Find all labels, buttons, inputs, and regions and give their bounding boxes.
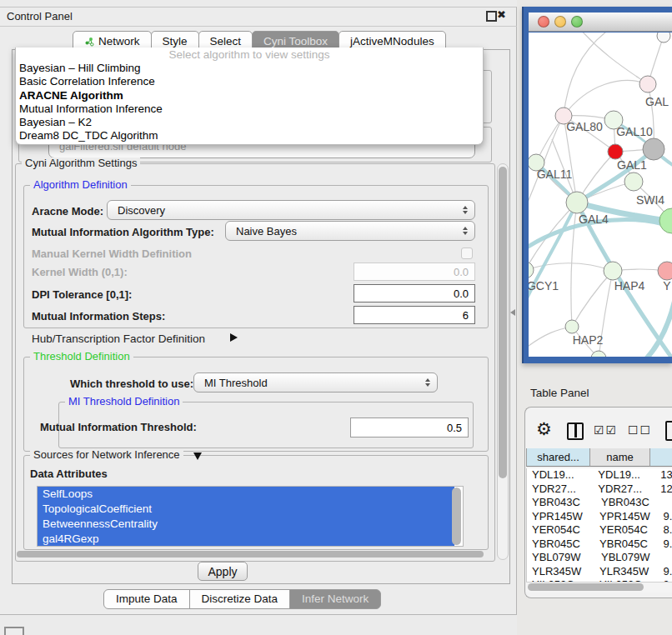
screen: Control Panel ✖ Network Style Select Cyn… — [0, 0, 672, 635]
node-label: GAL4 — [579, 212, 609, 226]
column-header-partial[interactable] — [650, 448, 672, 467]
table-row[interactable]: YLR345WYLR345W9. — [527, 565, 672, 579]
network-canvas[interactable]: GAL GAL80 GAL10 GAL1 GAL11 SWI4 GAL4 GCY… — [529, 32, 672, 357]
node-pink[interactable] — [658, 262, 672, 280]
mi-threshold-label: Mutual Information Threshold: — [40, 421, 197, 433]
float-icon[interactable] — [486, 11, 497, 22]
dropdown-item[interactable]: Basic Correlation Inference — [16, 75, 483, 88]
node-hap4[interactable] — [604, 262, 622, 280]
splitter-collapse-arrow[interactable] — [510, 309, 515, 316]
manual-kernel-width-checkbox[interactable] — [461, 248, 473, 259]
table-hscrollbar-thumb[interactable] — [528, 583, 644, 591]
list-scrollbar-thumb[interactable] — [452, 488, 461, 545]
dropdown-placeholder: Select algorithm to view settings — [16, 48, 483, 62]
apply-button[interactable]: Apply — [198, 562, 248, 581]
which-threshold-combo[interactable]: MI Threshold — [193, 372, 438, 392]
list-item-selected[interactable]: BetweennessCentrality — [38, 517, 454, 532]
table-row[interactable]: YBR045CYBR045C9. — [527, 538, 672, 552]
close-traffic-light[interactable] — [538, 16, 549, 28]
collapse-down-icon[interactable] — [193, 452, 202, 460]
node-bottom[interactable] — [591, 351, 606, 357]
manual-kernel-width-label: Manual Kernel Width Definition — [32, 248, 192, 260]
minimize-traffic-light[interactable] — [554, 16, 566, 28]
kernel-width-field[interactable]: 0.0 — [354, 262, 475, 281]
close-icon[interactable]: ✖ — [497, 8, 506, 21]
node-big-green[interactable] — [659, 208, 672, 233]
node-label: HAP4 — [614, 279, 645, 292]
sources-title: Sources for Network Inference — [30, 449, 183, 461]
table-row[interactable]: YBR043CYBR043C — [527, 496, 672, 510]
node-swi4[interactable] — [624, 172, 643, 191]
kernel-width-label: Kernel Width (0,1): — [32, 266, 128, 278]
mi-threshold-group-title: MI Threshold Definition — [65, 396, 183, 408]
gear-icon[interactable]: ⚙ — [536, 419, 552, 439]
node-label: GAL11 — [537, 168, 573, 181]
data-attributes-list: SelfLoops TopologicalCoefficient Between… — [37, 486, 464, 547]
dropdown-item[interactable]: Bayesian – K2 — [16, 116, 483, 129]
table-row[interactable]: YDL19...YDL19...13 — [527, 468, 672, 482]
node-gcy1[interactable] — [529, 262, 534, 278]
network-icon — [84, 37, 94, 47]
mi-steps-field[interactable]: 6 — [354, 306, 475, 324]
combo-arrows-icon — [463, 206, 468, 214]
bottom-tabbar: Impute Data Discretize Data Infer Networ… — [104, 589, 381, 609]
node-gal4[interactable] — [566, 192, 588, 213]
node-gray[interactable] — [643, 138, 664, 160]
node-hap2[interactable] — [565, 320, 579, 333]
aracne-mode-label: Aracne Mode: — [32, 205, 103, 218]
zoom-traffic-light[interactable] — [571, 16, 583, 28]
list-item-selected[interactable]: SelfLoops — [38, 487, 454, 502]
node-gal1[interactable] — [608, 144, 623, 159]
deselect-all-icon[interactable]: ☐☐ — [628, 423, 652, 437]
node-unlabeled[interactable] — [657, 32, 670, 42]
mi-type-value: Naive Bayes — [236, 225, 297, 238]
combo-arrows-icon — [425, 378, 430, 387]
node-gal-partial[interactable] — [639, 76, 656, 92]
select-all-icon[interactable]: ☑☑ — [594, 423, 618, 437]
node-label: HAP2 — [573, 333, 604, 347]
node-label: GAL — [645, 95, 669, 108]
data-attributes-label: Data Attributes — [30, 468, 108, 480]
dpi-tolerance-label: DPI Tolerance [0,1]: — [32, 288, 132, 301]
column-header-name[interactable]: name — [590, 448, 650, 467]
node-label: GAL10 — [616, 125, 653, 138]
list-item-selected[interactable]: TopologicalCoefficient — [38, 502, 454, 517]
table-row[interactable]: YBL079WYBL079W — [527, 551, 672, 565]
algorithm-definition-title: Algorithm Definition — [30, 179, 131, 191]
hub-section-label[interactable]: Hub/Transcription Factor Definition — [32, 332, 205, 345]
table-panel-title: Table Panel — [530, 387, 589, 399]
settings-hscrollbar-thumb[interactable] — [17, 551, 484, 558]
dropdown-item[interactable]: Mutual Information Inference — [16, 102, 483, 116]
file-icon[interactable] — [665, 421, 672, 441]
dpi-tolerance-field[interactable]: 0.0 — [354, 284, 475, 302]
list-item-selected[interactable]: gal4RGexp — [38, 532, 454, 547]
titlebar-divider — [0, 26, 517, 27]
tab-discretize-data[interactable]: Discretize Data — [189, 589, 291, 609]
column-header-shared[interactable]: shared... — [526, 448, 590, 467]
network-window-titlebar[interactable] — [529, 12, 672, 32]
dropdown-item-highlighted[interactable]: ARACNE Algorithm — [16, 89, 483, 102]
combo-arrows-icon — [463, 227, 468, 235]
settings-scrollbar-thumb[interactable] — [499, 167, 507, 478]
dropdown-item[interactable]: Dream8 DC_TDC Algorithm — [16, 129, 483, 142]
aracne-mode-combo[interactable]: Discovery — [107, 200, 475, 220]
table-row[interactable]: YDR27...YDR27...12 — [527, 482, 672, 497]
node-label: GAL80 — [566, 120, 603, 133]
node-label: SWI4 — [636, 193, 664, 207]
mi-threshold-field[interactable]: 0.5 — [350, 418, 469, 438]
node-label: GAL1 — [617, 158, 647, 172]
cyni-settings-title: Cyni Algorithm Settings — [22, 158, 140, 169]
mi-type-label: Mutual Information Algorithm Type: — [32, 226, 214, 238]
threshold-definition-title: Threshold Definition — [30, 351, 133, 362]
tab-infer-network[interactable]: Infer Network — [289, 589, 381, 609]
control-panel-title: Control Panel — [7, 10, 73, 22]
table-row[interactable]: YER054CYER054C8. — [527, 523, 672, 538]
dropdown-item[interactable]: Bayesian – Hill Climbing — [16, 62, 483, 75]
columns-icon[interactable] — [567, 422, 584, 440]
table-row[interactable]: YPR145WYPR145W9. — [527, 510, 672, 524]
mi-type-combo[interactable]: Naive Bayes — [225, 221, 475, 241]
tab-impute-data[interactable]: Impute Data — [103, 589, 190, 609]
minimized-panel-button[interactable] — [4, 627, 24, 635]
expand-right-icon[interactable] — [230, 333, 238, 342]
node-label: Y — [663, 279, 671, 292]
